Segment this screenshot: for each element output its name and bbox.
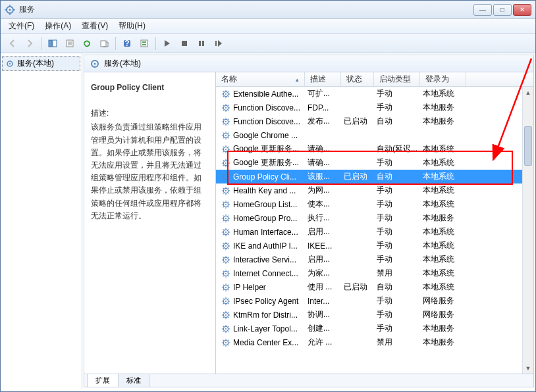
cell-start: 手动 — [374, 323, 420, 334]
close-button[interactable]: ✕ — [513, 4, 531, 16]
service-row[interactable]: Link-Layer Topol...创建...手动本地服务 — [216, 322, 533, 335]
toolbar: ? — [1, 34, 535, 53]
minimize-button[interactable]: — — [473, 4, 492, 16]
cell-logon: 网络服务 — [420, 295, 466, 306]
svg-line-173 — [228, 289, 228, 290]
restart-service-button[interactable] — [211, 36, 227, 51]
svg-line-55 — [228, 118, 228, 119]
tab-standard[interactable]: 标准 — [118, 374, 149, 387]
titlebar: 服务 — □ ✕ — [1, 1, 535, 19]
tab-extended[interactable]: 扩展 — [87, 374, 119, 387]
col-header-logon[interactable]: 登录为 — [420, 72, 466, 86]
svg-line-74 — [223, 151, 224, 152]
svg-line-163 — [228, 276, 228, 276]
service-row[interactable]: Function Discove...发布...已启动自动本地服务 — [216, 114, 533, 128]
col-header-name[interactable]: 名称▴ — [216, 72, 305, 86]
service-row[interactable]: Group Policy Cli...该服...已启动自动本地系统 — [216, 170, 533, 184]
service-row[interactable]: Google 更新服务...请确...手动本地系统 — [216, 156, 533, 170]
cell-start: 禁用 — [374, 268, 420, 279]
service-row[interactable]: Internet Connect...为家...禁用本地系统 — [216, 266, 533, 280]
svg-line-95 — [228, 174, 228, 174]
svg-rect-7 — [53, 40, 57, 47]
service-row[interactable]: Health Key and ...为网...手动本地系统 — [216, 184, 533, 197]
svg-point-77 — [225, 162, 227, 163]
svg-rect-18 — [182, 41, 187, 46]
svg-line-105 — [228, 187, 228, 188]
svg-line-192 — [223, 312, 224, 312]
scroll-up-icon[interactable]: ▲ — [523, 87, 533, 98]
col-header-desc[interactable]: 描述 — [305, 72, 341, 86]
forward-button[interactable] — [22, 36, 38, 51]
menu-view[interactable]: 查看(V) — [76, 19, 113, 33]
service-row[interactable]: HomeGroup List...使本...手动本地系统 — [216, 197, 533, 211]
svg-line-104 — [223, 193, 224, 193]
gear-icon — [221, 338, 230, 347]
service-row[interactable]: Extensible Authe...可扩...手动本地系统 — [216, 87, 533, 101]
svg-line-152 — [223, 257, 224, 257]
scroll-down-icon[interactable]: ▼ — [523, 362, 533, 374]
svg-line-75 — [228, 146, 228, 147]
cell-start: 手动 — [374, 295, 420, 306]
svg-line-182 — [223, 298, 224, 299]
cell-desc: 允许 ... — [305, 337, 341, 348]
svg-rect-15 — [141, 40, 147, 47]
bottom-tabstrip: 扩展 标准 — [84, 374, 533, 387]
cell-logon: 本地系统 — [420, 282, 466, 293]
tree-root-services-local[interactable]: 服务(本地) — [2, 56, 80, 71]
svg-line-85 — [228, 160, 228, 160]
sort-asc-icon: ▴ — [296, 76, 299, 83]
menu-help[interactable]: 帮助(H) — [113, 19, 151, 33]
col-header-start[interactable]: 启动类型 — [374, 72, 420, 86]
cell-name: Extensible Authe... — [219, 89, 305, 99]
service-row[interactable]: Google 更新服务...请确...自动(延迟...本地系统 — [216, 142, 533, 156]
service-row[interactable]: HomeGroup Pro...执行...手动本地服务 — [216, 211, 533, 225]
stop-service-button[interactable] — [176, 36, 192, 51]
menu-file[interactable]: 文件(F) — [3, 19, 40, 33]
svg-line-145 — [228, 243, 228, 243]
menu-action[interactable]: 操作(A) — [40, 19, 76, 33]
cell-start: 手动 — [374, 240, 420, 251]
svg-line-144 — [223, 248, 224, 249]
refresh-button[interactable] — [79, 36, 95, 51]
service-row[interactable]: IPsec Policy AgentInter...手动网络服务 — [216, 294, 533, 308]
service-row[interactable]: Google Chrome ... — [216, 128, 533, 142]
service-row[interactable]: IKE and AuthIP I...IKEE...手动本地系统 — [216, 239, 533, 253]
service-row[interactable]: Function Discove...FDP...手动本地服务 — [216, 101, 533, 114]
export-button[interactable] — [96, 36, 112, 51]
service-row[interactable]: IP Helper使用 ...已启动自动本地系统 — [216, 280, 533, 294]
cell-logon: 本地服务 — [420, 116, 466, 127]
svg-line-115 — [228, 201, 228, 202]
svg-line-64 — [223, 137, 224, 138]
cell-logon: 本地系统 — [420, 199, 466, 210]
col-header-status[interactable]: 状态 — [341, 72, 374, 86]
service-row[interactable]: KtmRm for Distri...协调...手动网络服务 — [216, 308, 533, 322]
list-rows: Extensible Authe...可扩...手动本地系统Function D… — [216, 87, 533, 374]
window-controls: — □ ✕ — [473, 4, 531, 16]
cell-start: 手动 — [374, 88, 420, 99]
pause-service-button[interactable] — [194, 36, 209, 51]
maximize-button[interactable]: □ — [493, 4, 512, 16]
properties-button[interactable] — [62, 36, 78, 51]
cell-name: Link-Layer Topol... — [219, 324, 305, 333]
cell-start: 自动(延迟... — [374, 143, 420, 155]
action-button[interactable] — [136, 36, 152, 51]
gear-icon — [221, 117, 230, 126]
svg-point-207 — [225, 341, 227, 343]
start-service-button[interactable] — [159, 36, 175, 51]
service-row[interactable]: Interactive Servi...启用...手动本地系统 — [216, 253, 533, 266]
svg-rect-20 — [202, 41, 204, 46]
cell-status: 已启动 — [341, 282, 374, 293]
service-row[interactable]: Media Center Ex...允许 ...禁用本地服务 — [216, 335, 533, 349]
back-button[interactable] — [5, 36, 20, 51]
svg-point-107 — [225, 203, 227, 205]
scroll-thumb[interactable] — [524, 126, 532, 166]
svg-point-37 — [225, 107, 227, 108]
help-button[interactable]: ? — [119, 36, 135, 51]
svg-point-147 — [225, 258, 227, 260]
service-row[interactable]: Human Interface...启用...手动本地系统 — [216, 225, 533, 239]
svg-line-44 — [223, 110, 224, 110]
cell-logon: 本地系统 — [420, 143, 466, 155]
vertical-scrollbar[interactable]: ▲ ▼ — [522, 87, 533, 374]
show-hide-tree-button[interactable] — [45, 36, 61, 51]
svg-rect-12 — [101, 41, 106, 47]
